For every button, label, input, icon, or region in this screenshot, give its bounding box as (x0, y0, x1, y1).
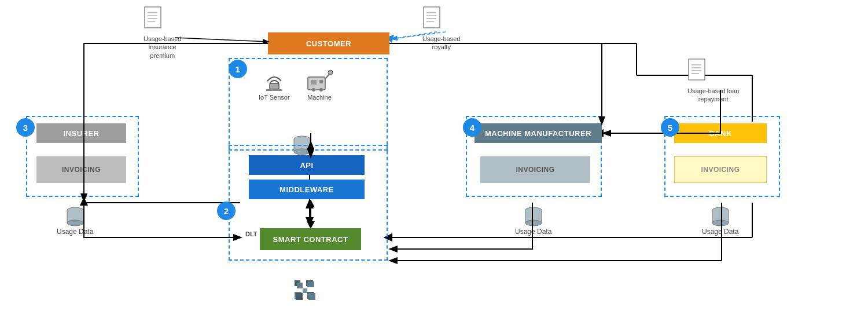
badge-3: 3 (16, 118, 35, 137)
svg-line-70 (175, 38, 268, 42)
svg-point-47 (312, 88, 315, 92)
badge-4: 4 (463, 118, 481, 137)
loan-repayment-doc: Usage-based loan repayment (687, 58, 739, 104)
mfr-usage-data: Usage Data (515, 206, 551, 236)
iot-sensor-icon: IoT Sensor (259, 68, 290, 101)
bank-usage-data: Usage Data (702, 206, 738, 236)
machine-mfr-box: MACHINE MANUFACTURER (475, 123, 602, 143)
insurance-premium-doc: Usage-based insurance premium (144, 6, 181, 60)
svg-rect-44 (319, 80, 323, 83)
mfr-invoicing-box: INVOICING (480, 156, 590, 183)
bank-box: BANK (674, 123, 767, 143)
insurer-box: INSURER (36, 123, 126, 143)
insurer-usage-data: Usage Data (57, 206, 93, 236)
machine-icon: Machine (305, 68, 334, 101)
insurance-premium-label: Usage-based insurance premium (144, 35, 181, 60)
svg-marker-3 (80, 197, 88, 206)
blockchain-logo (285, 272, 325, 312)
svg-rect-54 (303, 288, 307, 293)
royalty-doc: Usage-based royalty (422, 6, 460, 52)
svg-point-48 (319, 88, 323, 92)
dlt-label: DLT (245, 230, 258, 237)
machine-label: Machine (305, 94, 334, 101)
diagram: { "title": "Usage-Based Services Diagram… (0, 0, 868, 333)
svg-rect-25 (145, 7, 161, 28)
api-box: API (249, 155, 365, 175)
badge-5: 5 (661, 118, 679, 137)
loan-repayment-label: Usage-based loan repayment (687, 87, 739, 104)
svg-rect-40 (270, 83, 279, 89)
smart-contract-box: SMART CONTRACT (260, 228, 361, 250)
svg-point-59 (67, 220, 83, 226)
insurer-invoicing-box: INVOICING (36, 156, 126, 183)
svg-rect-43 (311, 80, 317, 85)
iot-sensor-label: IoT Sensor (259, 94, 290, 101)
svg-rect-30 (424, 7, 440, 28)
svg-point-69 (712, 220, 729, 226)
svg-point-64 (525, 220, 542, 226)
svg-rect-41 (266, 89, 282, 91)
customer-box: CUSTOMER (268, 32, 389, 54)
bank-invoicing-box: INVOICING (674, 156, 767, 183)
badge-2: 2 (217, 202, 236, 220)
badge-1: 1 (229, 60, 247, 78)
svg-point-46 (328, 70, 333, 75)
middleware-box: MIDDLEWARE (249, 180, 365, 199)
royalty-label: Usage-based royalty (422, 35, 460, 52)
svg-rect-35 (689, 59, 705, 80)
